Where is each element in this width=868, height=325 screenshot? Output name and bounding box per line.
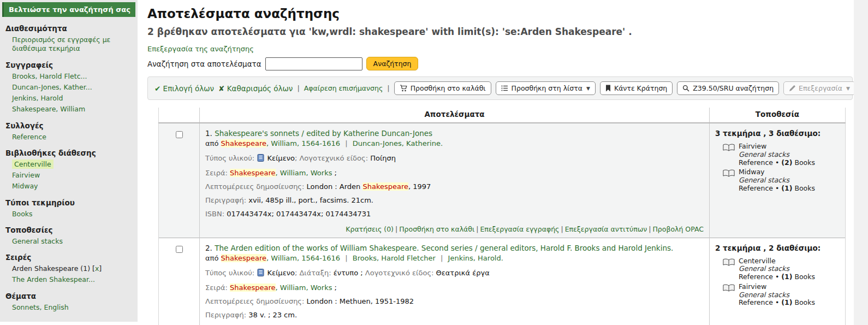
x-icon: ✘: [218, 84, 224, 93]
facet-link-limit-available[interactable]: Περιορισμός σε εγγραφές με διαθέσιμα τεκ…: [12, 36, 110, 52]
search-within-label: Αναζήτηση στα αποτελέσματα: [147, 60, 261, 68]
result-number: 1.: [205, 129, 212, 138]
collection-code: Reference •: [739, 184, 779, 192]
refine-search-sidebar: Βελτιώστε την αναζήτησή σας Διαθεσιμότητ…: [0, 0, 138, 322]
search-icon: [682, 85, 689, 92]
result-number: 2.: [205, 244, 212, 252]
separator: |: [387, 84, 389, 92]
separator: ;: [295, 154, 297, 162]
result-title-link[interactable]: Shakespeare's sonnets / edited by Kather…: [215, 129, 432, 138]
search-term-highlight: Shakespeare: [362, 182, 408, 191]
genre-label: Λογοτεχνικό είδος:: [299, 154, 368, 162]
facet-link-author[interactable]: Shakespeare, William: [12, 105, 85, 113]
select-all-link[interactable]: ✔ Επιλογή όλων: [154, 84, 214, 93]
genre-value: Θεατρικά έργα: [436, 269, 490, 277]
edit-items-link[interactable]: Επεξεργασία αντιτύπων: [565, 225, 647, 233]
facet-title-locations: Τοποθεσίες: [5, 226, 132, 234]
description-label: Περιγραφή:: [205, 196, 246, 204]
result-title-link[interactable]: The Arden edition of the works of Willia…: [215, 244, 673, 252]
edit-search-link[interactable]: Επεξεργασία της αναζήτησης: [147, 45, 254, 53]
item-count: (2): [781, 158, 792, 167]
author-link[interactable]: Jenkins, Harold.: [448, 254, 503, 262]
author-link[interactable]: Shakespeare, William, 1564-1616: [221, 254, 341, 262]
shelving-location: General stacks: [739, 291, 815, 299]
author-link[interactable]: Shakespeare, William, 1564-1616: [221, 139, 341, 147]
search-term-highlight: Shakespeare: [221, 139, 267, 147]
facet-link-author[interactable]: Duncan-Jones, Kather...: [12, 83, 92, 91]
author-link[interactable]: Brooks, Harold Fletcher: [353, 254, 436, 262]
material-type-label: Τύπος υλικού:: [205, 154, 254, 162]
item-type: Books: [794, 273, 815, 281]
result-checkbox[interactable]: [176, 131, 183, 138]
location-entry: Centerville General stacks Reference • (…: [723, 257, 840, 281]
separator: |: [345, 254, 347, 262]
holds-link[interactable]: Κρατήσεις (0): [346, 225, 394, 233]
add-to-list-button[interactable]: Προσθήκη στη λίστα ▼: [496, 81, 596, 95]
facet-active-series-label: Arden Shakespeare (1): [12, 264, 90, 273]
series-link[interactable]: , William, Works: [276, 283, 332, 292]
facet-link-author[interactable]: Jenkins, Harold: [12, 94, 63, 102]
add-to-cart-link[interactable]: Προσθήκη στο καλάθι: [399, 225, 474, 233]
facet-link-library-centerville[interactable]: Centerville: [12, 159, 53, 169]
separator: ;: [295, 269, 297, 277]
genre-label: Λογοτεχνικό είδος:: [365, 269, 434, 277]
publication-label: Λεπτομέρειες δημοσίευσης:: [205, 182, 304, 191]
facet-title-item-types: Τύποι τεκμηρίου: [5, 198, 132, 207]
collection-code: Reference •: [739, 273, 779, 281]
chevron-down-icon: ▼: [586, 86, 590, 91]
facet-title-holding-libraries: Βιβλιοθήκες διάθεσης: [5, 149, 132, 157]
results-column-header: Αποτελέσματα: [200, 108, 710, 123]
item-type: Books: [794, 158, 815, 167]
facet-link-itemtype-books[interactable]: Books: [12, 210, 33, 218]
description-value: 38 v. ; 23 cm.: [248, 311, 297, 319]
facet-link-library-fairview[interactable]: Fairview: [12, 171, 40, 179]
check-icon: ✔: [154, 84, 160, 93]
author-link[interactable]: Duncan-Jones, Katherine.: [353, 139, 443, 147]
edit-dropdown-button[interactable]: Επεξεργασία ▼: [783, 81, 855, 95]
separator: |: [297, 84, 299, 92]
place-hold-button[interactable]: Κάντε Κράτηση: [600, 81, 673, 95]
search-results-table: Αποτελέσματα Τοποθεσία 1. Shakespeare's …: [158, 108, 846, 325]
page: Βελτιώστε την αναζήτησή σας Διαθεσιμότητ…: [0, 0, 868, 325]
facet-title-authors: Συγγραφείς: [5, 61, 132, 69]
genre-value: Ποίηση: [370, 154, 396, 162]
facet-remove-bracket-close: ]: [99, 264, 102, 273]
search-within-input[interactable]: [265, 57, 362, 70]
facet-link-location-general-stacks[interactable]: General stacks: [12, 237, 63, 245]
search-term-highlight: Shakespeare: [230, 169, 276, 177]
z3950-search-button[interactable]: Z39.50/SRU αναζήτηση: [677, 81, 779, 95]
result-row-2: 2. The Arden edition of the works of Wil…: [159, 238, 846, 325]
bookmark-icon: [605, 85, 611, 92]
facet-link-subject-sonnets[interactable]: Sonnets, English: [12, 303, 69, 311]
opac-view-link[interactable]: Προβολή OPAC: [652, 225, 704, 233]
material-type-label: Τύπος υλικού:: [205, 269, 254, 277]
series-link[interactable]: , William, Works: [276, 169, 332, 177]
results-toolbar: ✔ Επιλογή όλων ✘ Καθαρισμός όλων | Αφαίρ…: [147, 76, 853, 100]
clear-all-link[interactable]: ✘ Καθαρισμός όλων: [218, 84, 293, 93]
text-material-icon: [257, 154, 264, 164]
description-value: xvii, 485p ill., port., facsims. 21cm.: [248, 196, 373, 204]
add-to-cart-button[interactable]: Προσθήκη στο καλάθι: [394, 81, 491, 95]
facet-link-author[interactable]: Brooks, Harold Fletc...: [12, 72, 87, 80]
search-submit-button[interactable]: Αναζήτηση: [366, 57, 419, 70]
search-term-highlight: Shakespeare: [230, 283, 276, 292]
isbn-value: 017443474x; 017443474x; 0174434731: [227, 210, 371, 218]
facet-title-subjects: Θέματα: [5, 292, 132, 300]
refine-search-header: Βελτιώστε την αναζήτησή σας: [2, 2, 135, 17]
item-count: (1): [781, 273, 792, 281]
list-icon: [501, 85, 508, 91]
text-material-icon: [257, 269, 264, 279]
item-count: (1): [781, 184, 792, 192]
facet-link-collection[interactable]: Reference: [12, 133, 46, 141]
facet-link-library-midway[interactable]: Midway: [12, 182, 38, 190]
collection-code: Reference •: [739, 298, 779, 306]
separator: |: [345, 139, 347, 147]
unhighlight-link[interactable]: Αφαίρεση επισήμανσης: [304, 84, 383, 92]
result-checkbox[interactable]: [176, 246, 183, 253]
chevron-down-icon: ▼: [846, 86, 850, 91]
open-book-icon: [723, 144, 735, 167]
location-column-header: Τοποθεσία: [710, 108, 846, 123]
facet-link-series[interactable]: The Arden Shakespear...: [12, 275, 95, 283]
facet-title-series: Σειρές: [5, 253, 132, 262]
edit-record-link[interactable]: Επεξεργασία εγγραφής: [480, 225, 559, 233]
